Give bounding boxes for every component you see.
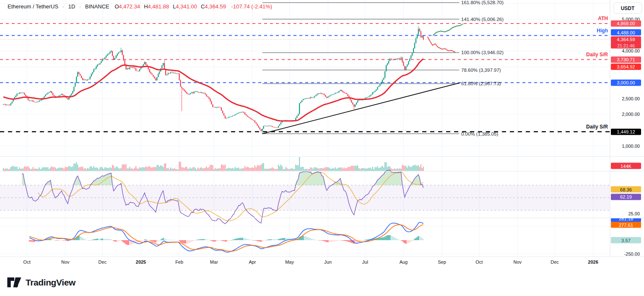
- price-axis-label[interactable]: 2,000.00: [611, 112, 642, 117]
- candle-body: [20, 93, 21, 93]
- macd-histogram-bar: [405, 240, 406, 244]
- macd-histogram-bar: [108, 239, 109, 240]
- volume-bar: [295, 165, 296, 171]
- volume-bar: [248, 167, 249, 171]
- candle-body: [258, 126, 259, 128]
- candle-body: [88, 79, 89, 80]
- volume-bar: [257, 165, 258, 171]
- macd-histogram-bar: [312, 239, 312, 240]
- candle-body: [144, 62, 145, 64]
- volume-bar: [422, 168, 423, 171]
- macd-histogram-bar: [284, 238, 285, 240]
- candle-body: [205, 93, 206, 94]
- macd-histogram-bar: [209, 240, 210, 240]
- trend-line[interactable]: [262, 83, 461, 134]
- candle-body: [365, 98, 366, 99]
- candle-body: [16, 94, 17, 96]
- macd-histogram-bar: [143, 240, 144, 241]
- timeframe-label[interactable]: 1D: [68, 3, 75, 10]
- currency-toggle-button[interactable]: USDT: [613, 3, 642, 14]
- moving-average-line[interactable]: [3, 59, 423, 121]
- candle-body: [31, 100, 32, 101]
- candle-body: [103, 59, 104, 60]
- ohlc-values: O4,472.34H4,481.88L4,341.00C4,364.59: [111, 3, 226, 10]
- candle-body: [75, 83, 75, 87]
- volume-bar: [64, 169, 65, 171]
- price-axis-label[interactable]: 2,500.00: [611, 96, 642, 101]
- volume-bar: [19, 168, 20, 171]
- macd-histogram-bar: [182, 240, 182, 243]
- symbol-name[interactable]: Ethereum / TetherUS: [8, 3, 58, 10]
- volume-bar: [199, 168, 200, 171]
- candle-body: [97, 65, 98, 66]
- candle-body: [268, 126, 269, 126]
- tradingview-logo[interactable]: TradingView: [7, 277, 75, 288]
- volume-bar: [301, 167, 302, 171]
- candle-body: [232, 115, 233, 116]
- volume-bar: [104, 167, 105, 171]
- macd-histogram-bar: [421, 237, 421, 240]
- volume-bar: [313, 169, 314, 171]
- price-axis-label[interactable]: 1,000.00: [611, 144, 642, 149]
- price-axis-label[interactable]: 4,000.00: [611, 48, 642, 53]
- macd-histogram-bar: [211, 240, 212, 241]
- candle-body: [372, 92, 373, 94]
- volume-bar: [384, 162, 385, 171]
- exchange-label[interactable]: BINANCE: [85, 3, 109, 10]
- macd-histogram-bar: [338, 240, 338, 241]
- macd-histogram-bar: [212, 240, 213, 241]
- volume-bar: [239, 169, 240, 171]
- macd-histogram-bar: [242, 238, 243, 240]
- volume-bar: [330, 169, 331, 171]
- volume-bar: [246, 168, 247, 171]
- time-axis-label: Oct: [475, 259, 483, 265]
- macd-signal-line[interactable]: [29, 225, 423, 251]
- volume-bar: [376, 168, 377, 171]
- volume-bar: [86, 169, 87, 171]
- candle-body: [171, 72, 172, 73]
- macd-histogram-bar: [179, 240, 180, 241]
- macd-line[interactable]: [29, 222, 423, 252]
- change-value: -107.74 (-2.41%): [231, 3, 273, 10]
- volume-bar: [286, 167, 286, 171]
- volume-bar: [374, 169, 374, 171]
- bullish-projection-line[interactable]: [433, 24, 463, 35]
- volume-bar: [247, 167, 248, 171]
- volume-bar: [194, 167, 195, 171]
- chart-canvas[interactable]: [0, 0, 644, 257]
- candle-body: [143, 64, 144, 66]
- level-side-label: Daily S/R: [586, 52, 608, 58]
- candle-body: [203, 93, 203, 93]
- macd-histogram-bar: [66, 240, 67, 241]
- volume-bar: [52, 167, 53, 171]
- volume-bar: [417, 166, 418, 171]
- candle-body: [398, 59, 399, 59]
- candle-body: [111, 51, 112, 52]
- candle-body: [267, 126, 267, 126]
- candle-body: [76, 77, 77, 83]
- volume-bar: [310, 167, 311, 171]
- volume-bar: [258, 165, 259, 171]
- volume-bar: [116, 167, 117, 171]
- volume-bar: [31, 169, 32, 171]
- macd-histogram-bar: [381, 238, 382, 240]
- rsi-axis-label[interactable]: 25.00: [611, 211, 642, 216]
- volume-bar: [175, 169, 176, 171]
- macd-histogram-bar: [160, 240, 161, 240]
- candle-body: [47, 93, 48, 94]
- candle-body: [355, 105, 356, 107]
- macd-histogram-bar: [364, 240, 364, 241]
- volume-bar: [174, 168, 175, 171]
- candle-body: [309, 98, 310, 99]
- candle-body: [4, 104, 5, 105]
- candle-body: [158, 74, 158, 77]
- volume-bar: [339, 168, 340, 171]
- volume-bar: [165, 163, 166, 171]
- candle-body: [3, 104, 4, 105]
- macd-histogram-bar: [347, 240, 348, 241]
- candle-body: [93, 69, 94, 72]
- macd-histogram-bar: [327, 240, 328, 242]
- macd-histogram-bar: [253, 240, 254, 241]
- ma-value-badge: 3,654.92: [611, 63, 641, 70]
- candle-body: [166, 75, 167, 75]
